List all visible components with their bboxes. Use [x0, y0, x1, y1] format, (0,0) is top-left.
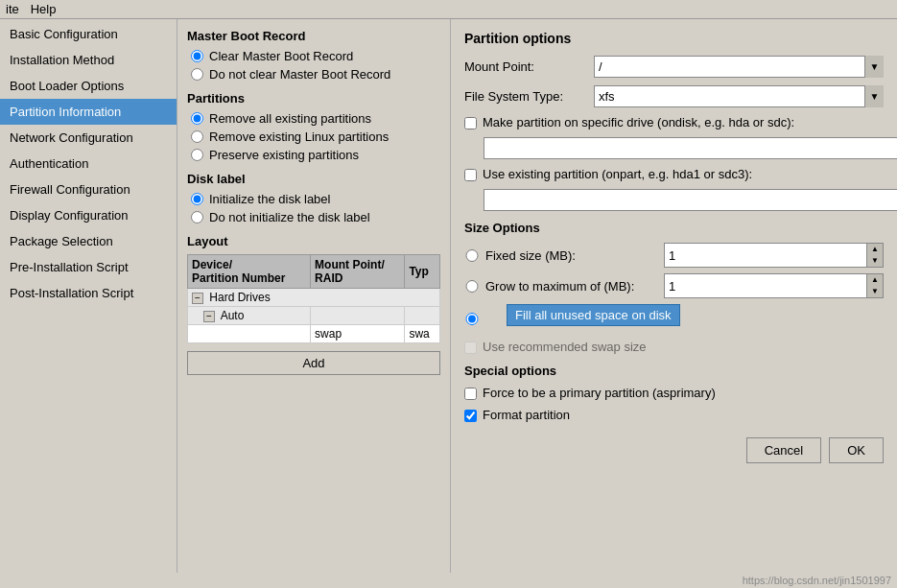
sidebar-item-package-selection[interactable]: Package Selection: [0, 228, 177, 254]
preserve-option[interactable]: Preserve existing partitions: [191, 148, 440, 162]
remove-linux-radio[interactable]: [191, 130, 203, 143]
auto-cell: − Auto: [188, 307, 311, 325]
sidebar-item-basic-configuration[interactable]: Basic Configuration: [0, 21, 177, 47]
right-panel-title: Partition options: [464, 31, 884, 46]
right-panel: Partition options Mount Point: / /boot /…: [451, 19, 897, 573]
hard-drives-label: Hard Drives: [209, 291, 270, 304]
grow-max-arrows: ▲ ▼: [867, 273, 884, 298]
swap-type-cell: swa: [405, 325, 440, 343]
fixed-size-label: Fixed size (MB):: [485, 248, 658, 263]
fill-all-button[interactable]: Fill all unused space on disk: [507, 304, 680, 326]
filesystem-type-label: File System Type:: [464, 89, 594, 104]
no-clear-mbr-radio[interactable]: [191, 68, 203, 81]
init-disk-label: Initialize the disk label: [209, 192, 330, 206]
expand-auto[interactable]: −: [203, 311, 215, 322]
format-partition-checkbox[interactable]: [464, 410, 477, 422]
watermark: https://blog.csdn.net/jin1501997: [0, 573, 897, 588]
mbr-radio-group: Clear Master Boot Record Do not clear Ma…: [191, 49, 440, 82]
init-disk-radio[interactable]: [191, 193, 203, 205]
fixed-size-spinbox: ▲ ▼: [664, 243, 884, 268]
fill-all-row: Fill all unused space on disk: [464, 304, 884, 334]
clear-mbr-option[interactable]: Clear Master Boot Record: [191, 49, 440, 63]
grow-max-up[interactable]: ▲: [867, 274, 883, 286]
preserve-label: Preserve existing partitions: [209, 148, 359, 162]
existing-partition-label: Use existing partition (onpart, e.g. hda…: [483, 167, 752, 181]
sidebar-item-pre-installation-script[interactable]: Pre-Installation Script: [0, 254, 177, 280]
specific-drive-row: Make partition on specific drive (ondisk…: [464, 115, 884, 129]
add-button[interactable]: Add: [187, 351, 440, 375]
col-device: Device/Partition Number: [188, 255, 311, 289]
specific-drive-input[interactable]: [484, 137, 897, 159]
mount-point-row: Mount Point: / /boot /home /var /tmp swa…: [464, 56, 884, 78]
menu-ite[interactable]: ite: [6, 2, 19, 16]
existing-partition-input[interactable]: [484, 189, 897, 211]
no-init-disk-option[interactable]: Do not initialize the disk label: [191, 210, 440, 224]
filesystem-type-select-wrapper: xfs ext4 ext3 ext2 swap vfat ▼: [594, 85, 884, 107]
preserve-radio[interactable]: [191, 149, 203, 161]
sidebar-item-network-configuration[interactable]: Network Configuration: [0, 125, 177, 151]
table-row: swap swa: [188, 325, 440, 343]
clear-mbr-radio[interactable]: [191, 50, 203, 62]
fixed-size-row: Fixed size (MB): ▲ ▼: [464, 243, 884, 268]
init-disk-option[interactable]: Initialize the disk label: [191, 192, 440, 206]
primary-partition-label: Force to be a primary partition (asprima…: [483, 386, 716, 400]
expand-hard-drives[interactable]: −: [192, 293, 203, 304]
sidebar-item-partition-information[interactable]: Partition Information: [0, 99, 177, 125]
partitions-section-title: Partitions: [187, 91, 440, 106]
remove-linux-label: Remove existing Linux partitions: [209, 129, 389, 144]
ok-button[interactable]: OK: [829, 437, 884, 463]
left-panel: Master Boot Record Clear Master Boot Rec…: [177, 19, 451, 573]
use-swap-label: Use recommended swap size: [483, 340, 647, 354]
grow-max-down[interactable]: ▼: [867, 286, 883, 297]
special-options-title: Special options: [464, 364, 884, 378]
grow-max-label: Grow to maximum of (MB):: [485, 279, 658, 294]
hard-drives-row: − Hard Drives: [188, 289, 440, 307]
mount-point-label: Mount Point:: [464, 59, 594, 74]
size-options-title: Size Options: [464, 221, 884, 235]
menu-help[interactable]: Help: [31, 2, 57, 16]
layout-section-title: Layout: [187, 234, 440, 248]
no-clear-mbr-option[interactable]: Do not clear Master Boot Record: [191, 67, 440, 82]
filesystem-type-select[interactable]: xfs ext4 ext3 ext2 swap vfat: [594, 85, 884, 107]
no-init-disk-radio[interactable]: [191, 211, 203, 223]
table-row: − Hard Drives: [188, 289, 440, 307]
menubar: ite Help: [0, 0, 897, 19]
disk-label-section-title: Disk label: [187, 172, 440, 186]
fixed-size-down[interactable]: ▼: [867, 255, 883, 267]
col-type: Typ: [405, 255, 440, 289]
auto-label: Auto: [221, 309, 245, 322]
fixed-size-up[interactable]: ▲: [867, 244, 883, 255]
sidebar-item-display-configuration[interactable]: Display Configuration: [0, 202, 177, 228]
primary-partition-row: Force to be a primary partition (asprima…: [464, 386, 884, 400]
remove-all-option[interactable]: Remove all existing partitions: [191, 111, 440, 126]
format-partition-row: Format partition: [464, 408, 884, 422]
existing-partition-row: Use existing partition (onpart, e.g. hda…: [464, 167, 884, 181]
mount-point-select-wrapper: / /boot /home /var /tmp swap ▼: [594, 56, 884, 78]
sidebar-item-authentication[interactable]: Authentication: [0, 151, 177, 176]
format-partition-label: Format partition: [483, 408, 570, 422]
remove-all-label: Remove all existing partitions: [209, 111, 371, 126]
disk-label-radio-group: Initialize the disk label Do not initial…: [191, 192, 440, 224]
primary-partition-checkbox[interactable]: [464, 388, 477, 400]
fixed-size-input[interactable]: [664, 243, 867, 268]
sidebar-item-installation-method[interactable]: Installation Method: [0, 47, 177, 73]
remove-linux-option[interactable]: Remove existing Linux partitions: [191, 129, 440, 144]
sidebar-item-post-installation-script[interactable]: Post-Installation Script: [0, 280, 177, 306]
grow-max-input[interactable]: [664, 273, 867, 298]
sidebar-item-firewall-configuration[interactable]: Firewall Configuration: [0, 176, 177, 202]
remove-all-radio[interactable]: [191, 112, 203, 125]
sidebar: Basic Configuration Installation Method …: [0, 19, 177, 573]
grow-max-radio[interactable]: [464, 280, 480, 293]
table-row: − Auto: [188, 307, 440, 325]
fixed-size-radio[interactable]: [464, 249, 480, 262]
existing-partition-checkbox[interactable]: [464, 169, 477, 181]
mount-point-select[interactable]: / /boot /home /var /tmp swap: [594, 56, 884, 78]
use-swap-checkbox[interactable]: [464, 341, 477, 354]
filesystem-type-row: File System Type: xfs ext4 ext3 ext2 swa…: [464, 85, 884, 107]
sidebar-item-boot-loader-options[interactable]: Boot Loader Options: [0, 73, 177, 99]
swap-mount-cell: swap: [311, 325, 405, 343]
cancel-button[interactable]: Cancel: [746, 437, 821, 463]
specific-drive-checkbox[interactable]: [464, 117, 477, 129]
use-swap-row: Use recommended swap size: [464, 340, 884, 354]
fill-all-radio[interactable]: [464, 313, 480, 325]
